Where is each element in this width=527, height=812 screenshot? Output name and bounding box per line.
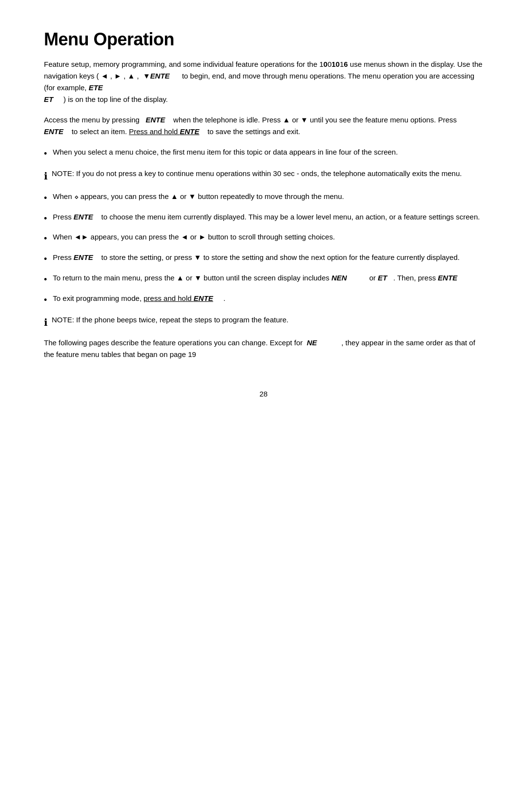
bullet-item-7: To exit programming mode, press and hold… bbox=[44, 293, 483, 307]
bullet-1-text: When you select a menu choice, the first… bbox=[53, 146, 398, 158]
footer-para: The following pages describe the feature… bbox=[44, 337, 483, 360]
bullet-4-text: When ◄► appears, you can press the ◄ or … bbox=[53, 231, 335, 243]
bullet-item-2: When ⬦ appears, you can press the ▲ or ▼… bbox=[44, 191, 483, 205]
bullet-item-5: Press ENTE to store the setting, or pres… bbox=[44, 252, 483, 266]
note-2: ℹ NOTE: If the phone beeps twice, repeat… bbox=[44, 314, 483, 330]
bullet-item-1: When you select a menu choice, the first… bbox=[44, 146, 483, 161]
page-number: 28 bbox=[44, 390, 483, 398]
bullet-item-6: To return to the main menu, press the ▲ … bbox=[44, 272, 483, 287]
bullet-5-text: Press ENTE to store the setting, or pres… bbox=[53, 252, 460, 263]
bullet-item-4: When ◄► appears, you can press the ◄ or … bbox=[44, 231, 483, 246]
bullet-list: When you select a menu choice, the first… bbox=[44, 146, 483, 161]
bullet-3-text: Press ENTE to choose the menu item curre… bbox=[53, 211, 480, 223]
bullet-7-text: To exit programming mode, press and hold… bbox=[53, 293, 225, 304]
note-1-text: NOTE: If you do not press a key to conti… bbox=[52, 168, 462, 179]
footer-paragraph: The following pages describe the feature… bbox=[44, 337, 483, 360]
bullet-list-2: When ⬦ appears, you can press the ▲ or ▼… bbox=[44, 191, 483, 307]
note-1: ℹ NOTE: If you do not press a key to con… bbox=[44, 168, 483, 184]
page-title: Menu Operation bbox=[44, 29, 483, 50]
intro-para1: Feature setup, memory programming, and s… bbox=[44, 59, 483, 105]
bullet-2-text: When ⬦ appears, you can press the ▲ or ▼… bbox=[53, 191, 344, 202]
note-icon-1: ℹ bbox=[44, 168, 48, 184]
access-paragraph: Access the menu by pressing ENTE when th… bbox=[44, 114, 483, 138]
note-2-text: NOTE: If the phone beeps twice, repeat t… bbox=[52, 314, 288, 326]
bullet-item-3: Press ENTE to choose the menu item curre… bbox=[44, 211, 483, 226]
access-para: Access the menu by pressing ENTE when th… bbox=[44, 114, 483, 138]
intro-paragraph: Feature setup, memory programming, and s… bbox=[44, 59, 483, 105]
note-icon-2: ℹ bbox=[44, 315, 48, 330]
bullet-6-text: To return to the main menu, press the ▲ … bbox=[53, 272, 457, 284]
